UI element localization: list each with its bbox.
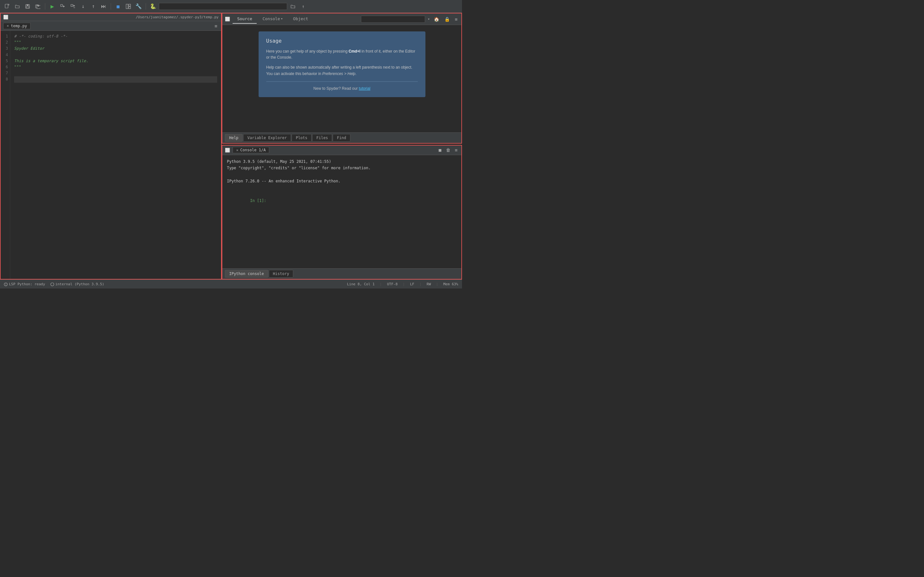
console-panel: ⬜ ✕ Console 1/A ■ 🗑 ≡ Python 3.9.5 (defa…	[222, 145, 462, 279]
continue-btn[interactable]: ⏭	[99, 2, 108, 11]
bottom-tab-history[interactable]: History	[269, 270, 294, 277]
code-line-1: # -*- coding: utf-8 -*-	[14, 33, 217, 39]
console-prompt-line: In [1]:	[227, 191, 457, 211]
tools-btn[interactable]: 🔧	[134, 2, 143, 11]
step-into-btn[interactable]: ↓	[79, 2, 87, 11]
bottom-tab-help[interactable]: Help	[225, 134, 242, 142]
new-file-btn[interactable]	[3, 2, 11, 11]
help-panel: ⬜ Source Console ▾ Object ▾ 🏠 🔒 ≡ Usage	[222, 13, 462, 143]
svg-rect-16	[129, 4, 131, 6]
tab-console[interactable]: Console ▾	[258, 15, 287, 24]
interpreter-text: internal (Python 3.9.5)	[55, 282, 104, 286]
lock-icon[interactable]: 🔒	[443, 16, 451, 23]
open-btn[interactable]	[13, 2, 22, 11]
console-line-1: Python 3.9.5 (default, May 25 2021, 07:4…	[227, 158, 457, 165]
code-line-6: """	[14, 64, 217, 70]
tab-source[interactable]: Source	[233, 15, 257, 24]
svg-point-20	[5, 285, 6, 285]
help-search-input[interactable]	[361, 16, 425, 23]
editor-panel: ⬜ /Users/juanitagomez/.spyder-py3/temp.p…	[0, 13, 222, 279]
svg-marker-11	[63, 5, 65, 7]
svg-rect-15	[126, 4, 128, 9]
eol-text: LF	[410, 282, 414, 286]
console-dropdown-arrow[interactable]: ▾	[281, 17, 283, 21]
code-line-8	[14, 76, 217, 82]
code-line-4	[14, 52, 217, 58]
float-icon[interactable]: ⬜	[3, 15, 8, 19]
editor-content[interactable]: 1 2 3 4 5 6 7 8 # -*- coding: utf-8 -*- …	[1, 31, 221, 279]
usage-footer: New to Spyder? Read our tutorial	[266, 86, 418, 91]
code-line-2: """	[14, 39, 217, 45]
editor-path: /Users/juanitagomez/.spyder-py3/temp.py	[136, 15, 218, 19]
tab-label: temp.py	[11, 24, 27, 28]
svg-marker-13	[73, 5, 75, 7]
float-icon-console[interactable]: ⬜	[225, 148, 230, 153]
editor-title-bar: ⬜ /Users/juanitagomez/.spyder-py3/temp.p…	[1, 13, 221, 21]
code-area[interactable]: # -*- coding: utf-8 -*- """ Spyder Edito…	[10, 31, 221, 279]
help-content: Usage Here you can get help of any objec…	[222, 25, 461, 132]
bottom-tab-plots[interactable]: Plots	[292, 134, 312, 142]
interrupt-btn[interactable]: ■	[437, 147, 443, 153]
memory-text: Mem 63%	[443, 282, 458, 286]
console-tab-close-btn[interactable]: ✕	[236, 148, 238, 152]
save-all-btn[interactable]	[33, 2, 42, 11]
code-line-7	[14, 70, 217, 76]
editor-tab-temp[interactable]: ✕ temp.py	[3, 23, 31, 29]
svg-rect-17	[129, 7, 131, 9]
tab-object[interactable]: Object	[289, 15, 313, 24]
console-content[interactable]: Python 3.9.5 (default, May 25 2021, 07:4…	[222, 155, 461, 268]
console-menu-btn[interactable]: ≡	[454, 147, 459, 153]
console-line-5	[227, 184, 457, 191]
svg-rect-0	[5, 4, 8, 8]
lsp-status-text: LSP Python: ready	[9, 282, 45, 286]
usage-para1: Here you can get help of any object by p…	[266, 48, 418, 61]
usage-box: Usage Here you can get help of any objec…	[258, 31, 425, 97]
console-line-2: Type "copyright", "credits" or "license"…	[227, 165, 457, 171]
save-btn[interactable]	[23, 2, 32, 11]
bottom-tab-ipython[interactable]: IPython console	[225, 270, 268, 277]
svg-marker-2	[8, 4, 9, 5]
svg-rect-10	[61, 5, 63, 6]
python-icon: 🐍	[149, 2, 158, 11]
browse-btn[interactable]	[288, 2, 297, 11]
run-btn[interactable]: ▶	[48, 2, 57, 11]
search-dropdown-arrow[interactable]: ▾	[428, 17, 430, 21]
path-input[interactable]: /Users/juanitagomez	[159, 3, 287, 10]
tab-close-btn[interactable]: ✕	[7, 24, 9, 28]
svg-point-21	[51, 283, 54, 286]
usage-divider	[266, 81, 418, 82]
restart-btn[interactable]: 🗑	[445, 147, 452, 153]
position-text: Line 8, Col 1	[347, 282, 375, 286]
code-line-3: Spyder Editor	[14, 45, 217, 52]
home-icon[interactable]: 🏠	[433, 16, 441, 23]
bottom-tab-find[interactable]: Find	[333, 134, 351, 142]
bottom-tab-files[interactable]: Files	[312, 134, 332, 142]
toolbar: ▶ ↓ ↑ ⏭ ■ 🔧 🐍 /Users/juanitagomez ↑	[0, 0, 462, 13]
console-line-4: IPython 7.26.0 -- An enhanced Interactiv…	[227, 178, 457, 184]
tutorial-link[interactable]: tutorial	[359, 86, 370, 91]
console-prompt: In [1]:	[250, 198, 266, 203]
console-tab-1[interactable]: ✕ Console 1/A	[233, 147, 269, 153]
help-menu-btn[interactable]: ≡	[454, 16, 459, 23]
usage-para2: Help can also be shown automatically aft…	[266, 64, 418, 77]
run-cell-advance-btn[interactable]	[68, 2, 78, 11]
up-btn[interactable]: ↑	[299, 2, 308, 11]
status-lsp: LSP Python: ready	[4, 282, 45, 286]
encoding-text: UTF-8	[387, 282, 397, 286]
right-panel: ⬜ Source Console ▾ Object ▾ 🏠 🔒 ≡ Usage	[222, 13, 462, 279]
bottom-tab-variable-explorer[interactable]: Variable Explorer	[243, 134, 291, 142]
editor-menu-btn[interactable]: ≡	[213, 23, 218, 29]
main-layout: ⬜ /Users/juanitagomez/.spyder-py3/temp.p…	[0, 13, 462, 279]
status-interpreter: internal (Python 3.9.5)	[50, 282, 104, 286]
stop-btn[interactable]: ■	[113, 2, 123, 11]
float-icon-help[interactable]: ⬜	[225, 17, 230, 21]
help-bottom-tabs: Help Variable Explorer Plots Files Find	[222, 132, 461, 143]
layout-btn[interactable]	[124, 2, 133, 11]
console-header: ⬜ ✕ Console 1/A ■ 🗑 ≡	[222, 145, 461, 155]
step-over-btn[interactable]: ↑	[89, 2, 98, 11]
svg-rect-9	[38, 5, 39, 6]
statusbar: LSP Python: ready internal (Python 3.9.5…	[0, 279, 462, 288]
svg-rect-5	[26, 6, 29, 8]
run-cell-btn[interactable]	[58, 2, 67, 11]
code-line-5: This is a temporary script file.	[14, 58, 217, 64]
